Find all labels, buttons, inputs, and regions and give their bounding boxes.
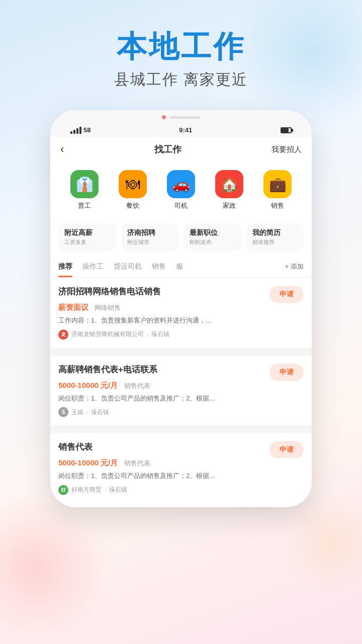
quick-link-latest[interactable]: 最新职位 刚刚发布	[184, 223, 241, 251]
location-3: 垛石镇	[109, 486, 127, 494]
job-desc-3: 岗位职责：1、负责公司产品的销售及推广；2、根据...	[58, 471, 304, 481]
job-desc-2: 岗位职责：1、负责公司产品的销售及推广；2、根据...	[58, 393, 304, 404]
tab-bar: 推荐 操作工 货运司机 销售 服 + 添加	[50, 256, 312, 278]
job-title-1: 济阳招聘网络销售电话销售	[58, 286, 263, 297]
job-tag-2: 销售代表	[124, 382, 150, 389]
siji-label: 司机	[174, 201, 188, 210]
nav-title: 找工作	[154, 143, 182, 155]
jiazhu-label: 家政	[223, 201, 236, 210]
pugu-label: 普工	[78, 201, 91, 210]
category-section: 👔 普工 🍽 餐饮 🚗 司机 🏠 家政	[50, 162, 312, 218]
tab-tuijian[interactable]: 推荐	[58, 256, 72, 277]
xiaoshou-label: 销售	[271, 201, 284, 210]
company-name-1: 济南龙铭升降机械有限公司	[71, 330, 144, 339]
job-list: 济阳招聘网络销售电话销售 申请 薪资面议 网络销售 工作内容：1、负责搜集新客户…	[50, 278, 312, 503]
recruit-button[interactable]: 我要招人	[272, 145, 302, 154]
job-title-2: 高薪聘销售代表+电话联系	[58, 364, 263, 375]
job-tag-1: 网络销售	[95, 304, 121, 311]
category-pugu[interactable]: 👔 普工	[70, 170, 99, 210]
category-canyin[interactable]: 🍽 餐饮	[119, 170, 147, 210]
company-avatar-3: 好	[58, 485, 68, 495]
signal-icon	[70, 127, 81, 134]
quick-link-nearby[interactable]: 附近高薪 工资多多	[58, 223, 116, 251]
apply-button-3[interactable]: 申请	[269, 441, 304, 458]
company-name-3: 好南方商贸	[71, 486, 102, 494]
job-card-1: 济阳招聘网络销售电话销售 申请 薪资面议 网络销售 工作内容：1、负责搜集新客户…	[50, 278, 312, 348]
signal-strength: 58	[83, 126, 90, 134]
speaker	[170, 116, 200, 119]
category-jiazhu[interactable]: 🏠 家政	[215, 170, 243, 210]
back-button[interactable]: ‹	[60, 143, 64, 156]
sub-title: 县城工作 离家更近	[0, 69, 362, 90]
main-title: 本地工作	[0, 30, 362, 63]
apply-button-1[interactable]: 申请	[269, 286, 304, 303]
camera-dot	[162, 115, 166, 119]
job-title-3: 销售代表	[58, 441, 263, 453]
canyin-icon: 🍽	[119, 170, 147, 198]
time-display: 9:41	[179, 126, 192, 134]
pugu-icon: 👔	[70, 170, 99, 198]
navbar: ‹ 找工作 我要招人	[50, 137, 312, 162]
job-tag-3: 销售代表	[124, 459, 150, 467]
tab-more[interactable]: 服	[176, 256, 183, 277]
jiazhu-icon: 🏠	[215, 170, 243, 198]
tab-xiaoshou[interactable]: 销售	[152, 256, 166, 277]
category-xiaoshou[interactable]: 💼 销售	[263, 170, 292, 210]
quick-link-resume[interactable]: 我的简历 精准推荐	[246, 223, 304, 251]
job-footer-3: 好 好南方商贸 · 垛石镇	[58, 485, 304, 495]
job-desc-1: 工作内容：1、负责搜集新客户的资料并进行沟通，...	[58, 315, 304, 326]
xiaoshou-icon: 💼	[263, 170, 292, 198]
tab-caozuogong[interactable]: 操作工	[82, 256, 104, 277]
siji-icon: 🚗	[167, 170, 195, 198]
job-salary-1: 薪资面议	[58, 303, 88, 311]
canyin-label: 餐饮	[126, 201, 139, 210]
company-avatar-1: 龙	[58, 330, 68, 340]
job-footer-2: 玉 玉姐 · 垛石镇	[58, 407, 304, 417]
category-siji[interactable]: 🚗 司机	[167, 170, 195, 210]
company-avatar-2: 玉	[58, 407, 68, 417]
status-bar: 58 9:41	[60, 123, 302, 137]
company-name-2: 玉姐	[71, 408, 83, 417]
job-salary-2: 5000-10000 元/月	[58, 381, 118, 389]
apply-button-2[interactable]: 申请	[269, 364, 304, 381]
tab-huoyun[interactable]: 货运司机	[114, 256, 142, 277]
battery-icon	[281, 127, 292, 133]
job-footer-1: 龙 济南龙铭升降机械有限公司 · 垛石镇	[58, 330, 304, 340]
quick-link-jinan[interactable]: 济南招聘 附近城市	[121, 223, 179, 251]
location-1: 垛石镇	[151, 330, 169, 339]
job-card-3: 销售代表 申请 5000-10000 元/月 销售代表 岗位职责：1、负责公司产…	[50, 433, 312, 503]
location-2: 垛石镇	[91, 408, 109, 417]
phone-mockup: 58 9:41 ‹ 找工作 我要招人 👔 普工	[50, 110, 312, 507]
job-salary-3: 5000-10000 元/月	[58, 458, 118, 467]
quick-links: 附近高薪 工资多多 济南招聘 附近城市 最新职位 刚刚发布 我的简历 精准推荐	[50, 218, 312, 256]
job-card-2: 高薪聘销售代表+电话联系 申请 5000-10000 元/月 销售代表 岗位职责…	[50, 356, 312, 426]
tab-add-button[interactable]: + 添加	[285, 262, 304, 271]
